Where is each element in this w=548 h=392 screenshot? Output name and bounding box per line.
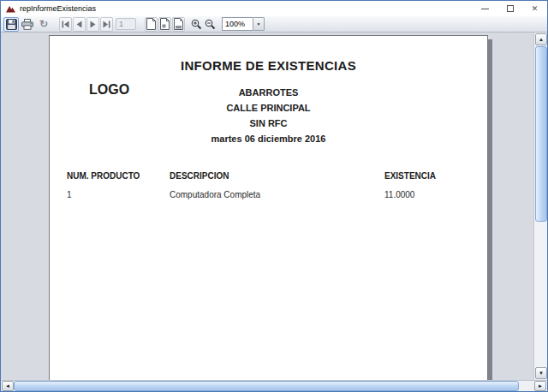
zoom-ratio-combobox[interactable]: 100% ▼ [222,17,265,31]
print-button[interactable] [20,17,35,32]
column-header-descripcion: DESCRIPCION [170,171,229,181]
report-page: INFORME DE EXISTENCIAS LOGO ABARROTES CA… [49,35,488,380]
refresh-icon: ↻ [39,19,48,29]
zoom-ratio-value[interactable]: 100% [222,17,253,31]
page-number-input[interactable]: 1 [116,18,136,30]
previous-page-button[interactable] [73,17,86,32]
first-page-icon [62,21,69,28]
print-icon [21,19,33,30]
scroll-right-icon: ► [538,383,543,389]
zoom-ratio-dropdown-button[interactable]: ▼ [253,17,265,31]
vertical-scrollbar[interactable]: ▲ ▼ [533,33,547,380]
scroll-left-icon: ◄ [5,383,10,389]
horizontal-scrollbar[interactable]: ◄ ► [1,380,547,391]
next-page-button[interactable] [86,17,99,32]
report-company-name: ABARROTES [50,87,487,98]
maximize-icon [507,5,514,12]
zoom-in-button[interactable] [190,17,203,32]
scroll-down-icon: ▼ [539,371,544,376]
scroll-down-button[interactable]: ▼ [535,367,547,379]
report-preview-canvas: INFORME DE EXISTENCIAS LOGO ABARROTES CA… [1,33,547,380]
last-page-button[interactable] [100,17,113,32]
window-title: repInformeExistencias [20,4,473,13]
report-rfc: SIN RFC [50,118,487,128]
toolbar: ↻ 1 [1,16,547,33]
save-icon [6,19,17,30]
horizontal-scrollbar-thumb[interactable] [14,381,519,391]
next-page-icon [90,21,96,28]
fit-page-icon [160,18,170,30]
chevron-down-icon: ▼ [257,21,261,27]
fit-width-button[interactable] [172,17,185,32]
cell-existencia: 11.0000 [384,190,414,199]
minimize-icon [481,9,489,9]
reload-button[interactable]: ↻ [36,17,51,32]
actual-size-icon [146,18,156,30]
maximize-button[interactable] [497,1,522,16]
report-title: INFORME DE EXISTENCIAS [50,58,487,73]
save-button[interactable] [3,17,19,32]
previous-page-icon [76,21,82,28]
column-header-existencia: EXISTENCIA [384,171,436,181]
close-icon: ✕ [532,5,539,13]
actual-size-button[interactable] [145,17,158,32]
zoom-in-icon [191,19,202,30]
last-page-icon [103,21,110,28]
window-controls: ✕ [473,1,547,16]
fit-width-icon [174,18,183,30]
column-header-num-producto: NUM. PRODUCTO [67,171,140,181]
app-icon [6,5,15,13]
report-viewer-window: repInformeExistencias ✕ [0,0,548,392]
scroll-right-button[interactable]: ► [534,381,546,391]
close-button[interactable]: ✕ [522,1,547,16]
fit-page-button[interactable] [158,17,171,32]
cell-descripcion: Computadora Completa [170,190,260,199]
scroll-left-button[interactable]: ◄ [2,381,14,391]
vertical-scrollbar-thumb[interactable] [535,46,547,222]
cell-num-producto: 1 [67,190,72,199]
minimize-button[interactable] [473,1,497,16]
zoom-out-icon [205,19,216,30]
titlebar: repInformeExistencias ✕ [1,1,547,16]
report-date: martes 06 diciembre 2016 [50,134,487,144]
zoom-out-button[interactable] [204,17,217,32]
scroll-up-button[interactable]: ▲ [535,33,547,45]
report-address: CALLE PRINCIPAL [50,103,487,113]
scroll-up-icon: ▲ [539,37,544,42]
first-page-button[interactable] [59,17,72,32]
